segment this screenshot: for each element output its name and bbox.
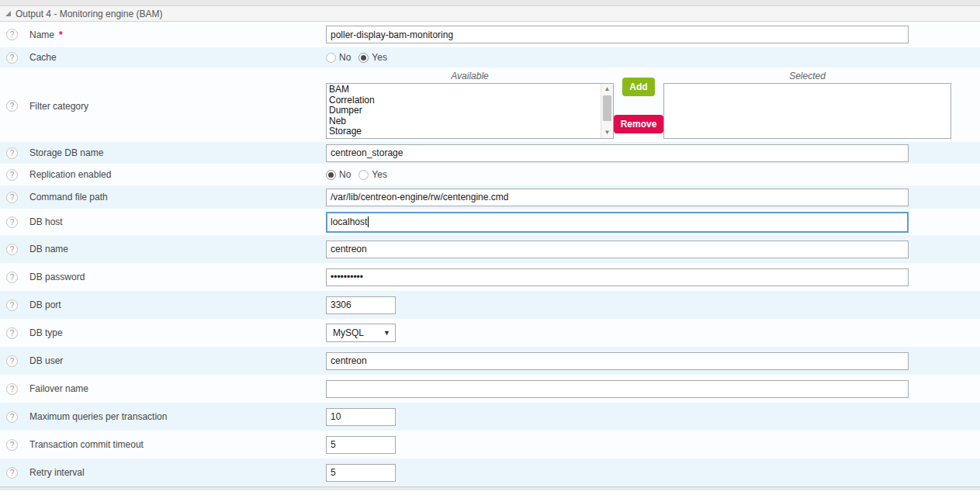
- list-option[interactable]: Dumper: [327, 106, 613, 116]
- row-db-type: ? DB type MySQL ▼: [0, 319, 980, 347]
- replication-radio-no-label: No: [339, 169, 351, 180]
- section-title: Output 4 - Monitoring engine (BAM): [16, 9, 162, 19]
- replication-radio-no[interactable]: No: [326, 169, 358, 180]
- help-icon[interactable]: ?: [6, 327, 18, 339]
- command-file-path-input[interactable]: [326, 189, 909, 206]
- db-type-selected-value: MySQL: [333, 327, 364, 338]
- db-host-value: localhost: [331, 216, 367, 227]
- row-name: ? Name *: [0, 22, 980, 47]
- transaction-commit-timeout-input[interactable]: [326, 436, 396, 454]
- selected-caption: Selected: [663, 71, 951, 83]
- name-input[interactable]: [326, 26, 909, 43]
- collapse-triangle-icon: [5, 11, 11, 16]
- retry-interval-input[interactable]: [326, 464, 396, 482]
- db-type-select[interactable]: MySQL ▼: [326, 324, 396, 342]
- db-name-label: DB name: [29, 244, 68, 254]
- row-retry-interval: ? Retry interval: [0, 459, 980, 486]
- dropdown-arrow-icon: ▼: [383, 329, 390, 337]
- list-option[interactable]: Correlation: [327, 95, 613, 106]
- list-option[interactable]: BAM: [327, 85, 613, 95]
- radio-checked-icon[interactable]: [358, 53, 369, 63]
- available-listbox[interactable]: BAM Correlation Dumper Neb Storage ▲ ▼: [326, 83, 614, 139]
- replication-radio-yes[interactable]: Yes: [358, 169, 395, 180]
- row-command-file-path: ? Command file path: [0, 185, 980, 209]
- cache-radio-yes-label: Yes: [372, 52, 387, 63]
- help-icon[interactable]: ?: [6, 244, 18, 255]
- row-db-host: ? DB host localhost: [0, 209, 980, 235]
- max-queries-label: Maximum queries per transaction: [29, 411, 167, 422]
- help-icon[interactable]: ?: [6, 355, 18, 367]
- help-icon[interactable]: ?: [6, 216, 18, 228]
- help-icon[interactable]: ?: [6, 383, 18, 395]
- available-caption: Available: [326, 71, 614, 83]
- replication-radio-yes-label: Yes: [372, 169, 387, 180]
- db-password-input[interactable]: [326, 268, 909, 286]
- selected-listbox[interactable]: [663, 83, 951, 139]
- db-host-label: DB host: [29, 216, 63, 227]
- list-option[interactable]: Storage: [327, 126, 613, 137]
- filter-category-label: Filter category: [29, 101, 88, 112]
- storage-db-name-label: Storage DB name: [29, 147, 103, 158]
- cache-radio-no-label: No: [339, 52, 351, 63]
- cache-label: Cache: [29, 52, 57, 63]
- help-icon[interactable]: ?: [6, 411, 18, 423]
- transaction-commit-timeout-label: Transaction commit timeout: [29, 439, 144, 450]
- row-filter-category: ? Filter category Available BAM Correlat…: [0, 68, 980, 142]
- row-db-port: ? DB port: [0, 291, 980, 319]
- failover-name-input[interactable]: [326, 380, 909, 398]
- command-file-path-label: Command file path: [29, 192, 108, 202]
- section-header-output4[interactable]: Output 4 - Monitoring engine (BAM): [0, 5, 980, 22]
- db-password-label: DB password: [29, 272, 85, 282]
- db-name-input[interactable]: [326, 241, 909, 258]
- failover-name-label: Failover name: [29, 383, 88, 394]
- max-queries-input[interactable]: [326, 408, 396, 426]
- radio-unchecked-icon[interactable]: [358, 170, 369, 180]
- radio-unchecked-icon[interactable]: [326, 53, 336, 63]
- row-cache: ? Cache No Yes: [0, 47, 980, 68]
- help-icon[interactable]: ?: [6, 299, 18, 311]
- row-failover-name: ? Failover name: [0, 375, 980, 403]
- text-caret: [368, 216, 369, 227]
- list-option[interactable]: Neb: [327, 116, 613, 127]
- row-db-user: ? DB user: [0, 347, 980, 375]
- help-icon[interactable]: ?: [6, 467, 18, 479]
- scroll-down-icon[interactable]: ▼: [601, 127, 613, 138]
- help-icon[interactable]: ?: [6, 147, 18, 159]
- scrollbar-thumb[interactable]: [603, 95, 611, 121]
- remove-button[interactable]: Remove: [614, 115, 664, 133]
- db-port-label: DB port: [29, 299, 61, 310]
- help-icon[interactable]: ?: [6, 169, 18, 181]
- name-label: Name: [29, 29, 54, 40]
- replication-enabled-label: Replication enabled: [29, 169, 111, 180]
- help-icon[interactable]: ?: [6, 29, 18, 40]
- page-top-strip: [0, 0, 980, 5]
- row-replication-enabled: ? Replication enabled No Yes: [0, 164, 980, 185]
- row-storage-db-name: ? Storage DB name: [0, 142, 980, 164]
- help-icon[interactable]: ?: [6, 52, 18, 64]
- db-host-input[interactable]: localhost: [326, 212, 909, 233]
- radio-checked-icon[interactable]: [326, 170, 336, 180]
- db-user-label: DB user: [29, 355, 63, 366]
- row-db-password: ? DB password: [0, 263, 980, 291]
- cache-radio-no[interactable]: No: [326, 52, 358, 63]
- row-db-name: ? DB name: [0, 235, 980, 263]
- required-asterisk: *: [59, 29, 63, 40]
- help-icon[interactable]: ?: [6, 100, 18, 112]
- add-button[interactable]: Add: [622, 78, 654, 96]
- help-icon[interactable]: ?: [6, 192, 18, 203]
- help-icon[interactable]: ?: [6, 439, 18, 451]
- retry-interval-label: Retry interval: [29, 467, 85, 478]
- db-type-label: DB type: [29, 327, 63, 338]
- listbox-scrollbar[interactable]: ▲ ▼: [601, 84, 613, 138]
- cache-radio-yes[interactable]: Yes: [358, 52, 395, 63]
- row-max-queries: ? Maximum queries per transaction: [0, 403, 980, 431]
- scroll-up-icon[interactable]: ▲: [601, 84, 613, 95]
- page-bottom-strip: [0, 486, 980, 490]
- db-port-input[interactable]: [326, 296, 396, 314]
- db-user-input[interactable]: [326, 352, 909, 370]
- row-transaction-commit-timeout: ? Transaction commit timeout: [0, 431, 980, 459]
- help-icon[interactable]: ?: [6, 272, 18, 283]
- storage-db-name-input[interactable]: [326, 144, 909, 162]
